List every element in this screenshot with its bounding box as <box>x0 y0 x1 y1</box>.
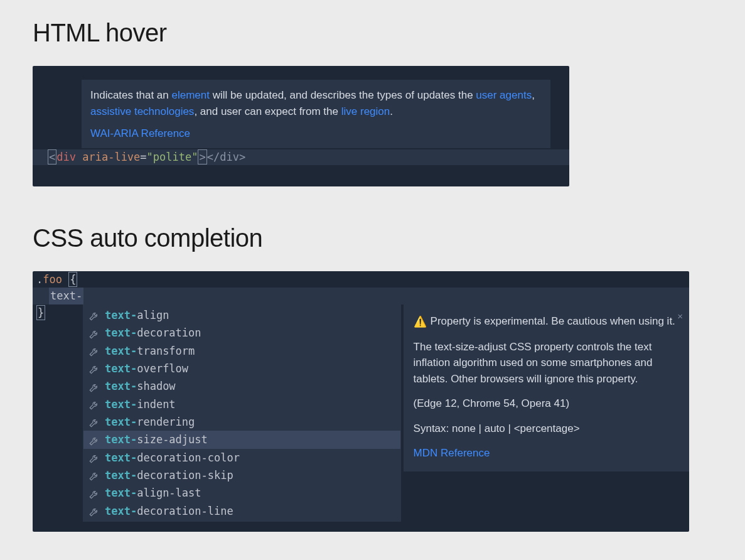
suggestion-detail-panel: × ⚠️Property is experimental. Be cautiou… <box>404 304 689 471</box>
tooltip-link-element[interactable]: element <box>171 89 209 101</box>
wrench-icon <box>88 470 100 481</box>
suggestion-item[interactable]: text-shadow <box>83 377 400 395</box>
suggestion-prefix: text- <box>105 343 137 359</box>
code-closing-tag: </div> <box>207 151 245 163</box>
suggestion-item[interactable]: text-align-last <box>83 484 400 502</box>
suggestion-prefix: text- <box>105 485 137 501</box>
suggestion-rest: align-last <box>137 485 201 501</box>
code-bracket: > <box>199 151 205 163</box>
autocomplete-container: text-aligntext-decorationtext-transformt… <box>33 304 689 532</box>
code-equals: = <box>140 151 146 163</box>
close-icon[interactable]: × <box>677 310 683 324</box>
wrench-icon <box>88 345 100 357</box>
typed-text: text- <box>50 289 82 302</box>
wrench-icon <box>88 363 100 374</box>
wrench-icon <box>88 452 100 463</box>
code-bracket: < <box>49 151 55 163</box>
tooltip-reference-link[interactable]: WAI-ARIA Reference <box>90 126 542 142</box>
detail-description: The text-size-adjust CSS property contro… <box>414 339 679 387</box>
code-line-typed[interactable]: text- <box>33 288 689 304</box>
detail-warning-text: Property is experimental. Be cautious wh… <box>431 315 675 327</box>
suggestion-item[interactable]: text-rendering <box>83 413 400 431</box>
tooltip-link-assistive-technologies[interactable]: assistive technologies <box>90 105 194 117</box>
code-line[interactable]: <div aria-live="polite"></div> <box>33 149 569 166</box>
suggestion-item[interactable]: text-decoration <box>83 324 400 342</box>
suggestion-rest: size-adjust <box>137 431 208 448</box>
suggestion-prefix: text- <box>105 396 137 412</box>
wrench-icon <box>88 434 100 446</box>
detail-warning: ⚠️Property is experimental. Be cautious … <box>414 313 679 330</box>
suggestion-item[interactable]: text-decoration-color <box>83 449 400 466</box>
selector-dot: . <box>36 273 43 286</box>
section-title-html-hover: HTML hover <box>33 19 712 47</box>
suggestion-prefix: text- <box>105 307 137 323</box>
suggestion-item[interactable]: text-transform <box>83 342 400 360</box>
gutter-spacer <box>33 304 83 317</box>
wrench-icon <box>88 505 100 517</box>
cursor-box: < <box>48 149 56 164</box>
editor-panel-html-hover: Indicates that an element will be update… <box>33 66 569 186</box>
cursor-box-brace: { <box>68 272 77 287</box>
tooltip-text: Indicates that an <box>90 89 171 101</box>
wrench-icon <box>88 416 100 428</box>
suggestion-item[interactable]: text-size-adjust <box>83 431 400 448</box>
detail-syntax: Syntax: none | auto | <percentage> <box>414 421 679 437</box>
suggestion-rest: overflow <box>137 360 188 377</box>
suggestion-rest: decoration-color <box>137 450 240 466</box>
suggestion-prefix: text- <box>105 450 137 466</box>
suggestion-item[interactable]: text-overflow <box>83 360 400 377</box>
tooltip-link-live-region[interactable]: live region <box>341 105 390 117</box>
suggestion-prefix: text- <box>105 431 137 448</box>
suggestion-list[interactable]: text-aligntext-decorationtext-transformt… <box>83 304 401 522</box>
suggestion-item[interactable]: text-align <box>83 306 400 324</box>
selector-name: foo <box>43 273 62 286</box>
tooltip-link-user-agents[interactable]: user agents <box>476 89 532 101</box>
detail-reference-link[interactable]: MDN Reference <box>414 445 679 461</box>
code-attribute: aria-live <box>82 151 140 163</box>
suggestion-rest: shadow <box>137 378 175 394</box>
tooltip-text: will be updated, and describes the types… <box>210 89 476 101</box>
cursor-box: > <box>198 149 206 164</box>
wrench-icon <box>88 310 100 321</box>
hover-tooltip-text: Indicates that an element will be update… <box>90 87 542 119</box>
code-line-selector[interactable]: .foo { <box>33 271 689 288</box>
wrench-icon <box>88 328 100 339</box>
wrench-icon <box>88 399 100 410</box>
suggestion-rest: rendering <box>137 414 195 430</box>
suggestion-item[interactable]: text-decoration-skip <box>83 466 400 484</box>
suggestion-prefix: text- <box>105 503 137 519</box>
warning-icon: ⚠️ <box>414 314 427 330</box>
suggestion-prefix: text- <box>105 325 137 341</box>
suggestion-rest: indent <box>137 396 175 412</box>
suggestion-prefix: text- <box>105 360 137 377</box>
code-tag: div <box>56 151 76 163</box>
suggestion-rest: decoration-line <box>137 503 233 519</box>
tooltip-text: , and user can expect from the <box>194 105 341 117</box>
suggestion-rest: align <box>137 307 169 323</box>
tooltip-text: . <box>390 105 393 117</box>
suggestion-prefix: text- <box>105 378 137 394</box>
suggestion-rest: transform <box>137 343 195 359</box>
open-brace: { <box>70 273 76 286</box>
typed-text-highlight: text- <box>49 288 83 304</box>
suggestion-item[interactable]: text-decoration-line <box>83 502 400 520</box>
suggestion-rest: decoration <box>137 325 201 341</box>
tooltip-text: , <box>532 89 535 101</box>
section-title-css-auto-completion: CSS auto completion <box>33 224 712 252</box>
hover-tooltip: Indicates that an element will be update… <box>82 80 550 148</box>
suggestion-item[interactable]: text-indent <box>83 396 400 413</box>
code-string: "polite" <box>147 151 198 163</box>
suggestion-prefix: text- <box>105 414 137 430</box>
wrench-icon <box>88 381 100 392</box>
wrench-icon <box>88 488 100 499</box>
suggestion-prefix: text- <box>105 467 137 483</box>
suggestion-rest: decoration-skip <box>137 467 233 483</box>
editor-panel-css-autocomplete: .foo { text- } text-aligntext-decoration… <box>33 271 689 532</box>
detail-browsers: (Edge 12, Chrome 54, Opera 41) <box>414 396 679 412</box>
